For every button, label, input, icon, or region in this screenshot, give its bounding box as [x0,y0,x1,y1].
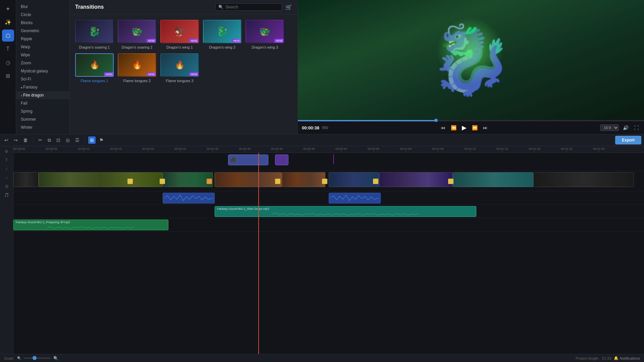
clip-purple1[interactable] [379,172,453,187]
category-zoom[interactable]: Zoom [16,59,69,67]
title-clip1[interactable]: ⬛ [228,155,268,165]
export-button[interactable]: Export [615,136,641,144]
clip-people1[interactable] [215,172,282,187]
transition-dragon3[interactable]: 🦅 NEW Dragon's wing 1 [160,20,199,49]
icon-bar-clock[interactable]: ◷ [2,56,14,68]
undo-button[interactable]: ↩ [3,136,10,144]
trans-marker5[interactable]: ⬡ [322,179,327,184]
ctrl-volume[interactable]: 🔊 [622,124,630,131]
transition-flame2[interactable]: 🔥 NEW Flame tongues 2 [118,53,156,83]
track-sub-audio [13,191,644,205]
transition-thumb-dragon1: 🐉 [75,20,114,43]
transition-flame1[interactable]: 🔥 NEW Flame tongues 1 [75,53,114,83]
trans-marker7[interactable]: ⬡ [448,179,453,184]
title-clip2[interactable] [275,155,288,165]
tl-move-btn[interactable]: ↕ [2,165,12,173]
bell-icon: 🔔 [614,356,619,360]
trans-marker1[interactable]: ⬡ [127,179,133,184]
clip-teal1[interactable] [453,172,533,187]
preview-video: 🐉 [298,0,644,120]
category-blocks[interactable]: Blocks [16,19,69,27]
list-button[interactable]: ☰ [73,136,81,144]
clip-blue1[interactable] [329,172,379,187]
marker-button[interactable]: ◎ [64,136,71,144]
category-scifi[interactable]: Sci-Fi [16,75,69,83]
clip-people2[interactable] [282,172,325,187]
preview-controls: 00:00:38 950 ⏮ ⏪ ▶ ⏩ ⏭ 16:9 9:16 1:1 🔊 ⛶ [298,121,644,134]
ctrl-step-fwd[interactable]: ⏩ [471,124,479,131]
category-geometric[interactable]: Geometric [16,27,69,35]
project-length-value: 01:33 [602,356,611,360]
snap-button[interactable]: ⊞ [88,136,96,144]
search-input[interactable] [225,5,279,9]
category-mystical[interactable]: Mystical galaxy [16,67,69,75]
ctrl-fullscreen[interactable]: ⛶ [633,124,640,131]
search-box[interactable]: 🔍 [215,3,282,11]
transition-dragon4[interactable]: 🐉 NEW Dragon's wing 2 [203,20,241,49]
transition-thumb-dragon2: 🐲 NEW [118,20,156,43]
project-length-label: Project length: [576,356,599,360]
audio-label-2: Fantasy-Sound-BG-2_Preparing-JP.mp3 [16,221,70,224]
tl-layers-btn[interactable]: ⊟ [2,182,12,190]
trans-marker6[interactable]: ⬡ [373,179,378,184]
transition-label-dragon4: Dragon's wing 2 [209,45,235,49]
category-ripple[interactable]: Ripple [16,35,69,43]
aspect-ratio-select[interactable]: 16:9 9:16 1:1 [600,124,619,131]
icon-bar-transitions[interactable]: ⬡ [2,29,14,42]
clip-dark-end[interactable] [533,172,634,187]
clip-green1[interactable] [163,172,213,187]
transitions-panel: Transitions 🔍 🛒 🐉 Dragon's soaring 1 🐲 [70,0,298,134]
transition-thumb-dragon4: 🐉 NEW [203,20,241,43]
category-warp[interactable]: Warp [16,43,69,51]
icon-bar-text[interactable]: T [2,43,14,55]
timeline-main: 00:00:00 00:00:05 00:00:10 00:00:15 00:0… [13,146,644,354]
category-winter[interactable]: Winter [16,123,69,131]
preview-progress[interactable] [298,120,644,121]
clip-dark[interactable] [13,172,39,187]
icon-bar-cursor[interactable]: ✦ [2,3,14,15]
category-blur[interactable]: Blur [16,3,69,11]
ctrl-step-back[interactable]: ⏪ [449,124,458,131]
cut-button[interactable]: ✂ [37,136,44,144]
tl-settings-btn[interactable]: ⚙ [2,147,12,156]
audio-clip-blue2[interactable] [329,193,381,203]
transition-label-flame1: Flame tongues 1 [81,79,108,83]
audio-teal-clip[interactable]: Fantasy-Sound-BG-1_Rain Drops.mp3 [215,206,476,217]
category-circle[interactable]: Circle [16,11,69,19]
clip-forest1[interactable] [39,172,163,187]
category-firedragon[interactable]: Fire dragon [16,91,69,99]
icon-bar-grid[interactable]: ⊞ [2,70,14,82]
notifications-area[interactable]: 🔔 Notifications [614,356,640,360]
trans-marker3[interactable]: ⬡ [207,179,212,184]
tl-audio-btn[interactable]: ♪ [2,174,12,182]
flag-button[interactable]: ⚑ [98,136,105,144]
transition-flame3[interactable]: 🔥 NEW Flame tongues 3 [160,53,199,83]
trans-marker4[interactable]: ⬡ [275,179,280,184]
category-wipe[interactable]: Wipe [16,51,69,59]
audio-clip-blue1[interactable] [163,193,215,203]
transition-dragon2[interactable]: 🐲 NEW Dragon's soaring 2 [118,20,156,49]
copy-button[interactable]: ⧉ [46,136,53,144]
trans-marker2[interactable]: ⬡ [160,179,165,184]
time-ruler[interactable]: 00:00:00 00:00:05 00:00:10 00:00:15 00:0… [13,146,644,153]
crop-button[interactable]: ⊡ [55,136,62,144]
category-sidebar: Blur Circle Blocks Geometric Ripple Warp… [16,0,70,134]
cart-icon[interactable]: 🛒 [285,4,292,10]
ctrl-skip-start[interactable]: ⏮ [439,124,447,131]
category-fantasy[interactable]: Fantasy [16,83,69,91]
scale-slider[interactable] [24,358,51,359]
ctrl-skip-end[interactable]: ⏭ [482,124,489,131]
audio-green-clip[interactable]: Fantasy-Sound-BG-2_Preparing-JP.mp3 [13,220,168,230]
delete-button[interactable]: 🗑 [21,136,30,144]
category-summer[interactable]: Summer [16,115,69,123]
tl-audio2-btn[interactable]: 🎵 [2,191,12,199]
ctrl-play[interactable]: ▶ [461,123,468,132]
category-spring[interactable]: Spring [16,107,69,115]
redo-button[interactable]: ↪ [12,136,19,144]
search-icon: 🔍 [218,5,223,9]
icon-bar-magic[interactable]: ✨ [2,16,14,28]
transition-dragon1[interactable]: 🐉 Dragon's soaring 1 [75,20,114,49]
tl-text-btn[interactable]: T [2,156,12,164]
transition-dragon5[interactable]: 🐲 NEW Dragon's wing 3 [246,20,284,49]
category-fall[interactable]: Fall [16,99,69,107]
